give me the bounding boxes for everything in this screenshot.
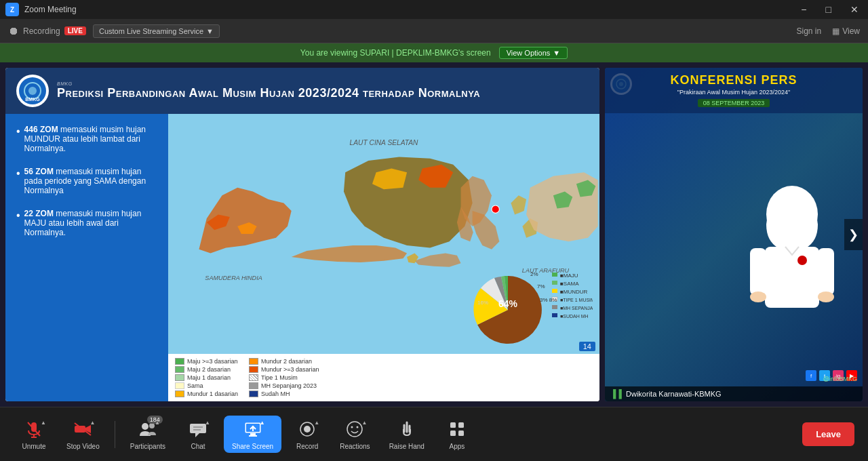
- chat-chevron-icon: ▲: [205, 420, 210, 426]
- legend-label-maju2: Maju 2 dasarian: [187, 366, 231, 373]
- svg-point-57: [357, 426, 359, 428]
- streaming-service-button[interactable]: Custom Live Streaming Service ▼: [93, 24, 220, 38]
- facebook-icon: f: [806, 370, 816, 381]
- bottom-toolbar: ▲ Unmute ▲ Stop Video: [0, 407, 868, 461]
- svg-text:■SAMA: ■SAMA: [560, 281, 579, 287]
- page-number: 14: [579, 342, 595, 351]
- legend-label-mundur3: Mundur >=3 dasarian: [261, 366, 319, 373]
- legend-label-mundur1: Mundur 1 dasarian: [187, 390, 238, 397]
- legend-item-sama: Sama: [175, 382, 238, 389]
- legend-item-mh2023: MH Sepanjang 2023: [249, 382, 319, 389]
- svg-text:7%: 7%: [537, 283, 545, 289]
- svg-text:LAUT CINA SELATAN: LAUT CINA SELATAN: [350, 139, 419, 146]
- share-screen-icon-container: ▲: [242, 418, 264, 440]
- recording-label: Recording: [23, 26, 60, 36]
- toolbar-left: ⏺ Recording LIVE Custom Live Streaming S…: [8, 24, 220, 38]
- slide-header: BMKG BMKG Prediksi Perbandingan Awal Mus…: [5, 68, 599, 114]
- chat-icon-container: ▲: [187, 418, 209, 440]
- app-title: Zoom Meeting: [24, 5, 77, 14]
- leave-button[interactable]: Leave: [802, 422, 854, 446]
- apps-label: Apps: [449, 443, 465, 450]
- slide-right-panel: LAUT CINA SELATAN SAMUDERA HINDIA LAUT A…: [168, 114, 599, 401]
- legend-item-maju3: Maju >=3 dasarian: [175, 358, 238, 365]
- svg-rect-18: [552, 305, 557, 309]
- view-button[interactable]: ▦ View: [832, 26, 860, 36]
- svg-rect-37: [818, 248, 834, 296]
- participants-chevron-icon: ▲: [155, 420, 160, 426]
- legend-label-tipe1: Tipe 1 Musim: [261, 374, 298, 381]
- legend-color-mundur1: [175, 390, 184, 397]
- svg-point-5: [492, 205, 499, 213]
- close-button[interactable]: ✕: [846, 3, 863, 16]
- bullet-bold-2: 56 ZOM: [24, 167, 54, 176]
- slide-body: • 446 ZOM memasuki musim hujan MUNDUR at…: [5, 114, 599, 401]
- svg-text:■SUDAH MH: ■SUDAH MH: [560, 314, 589, 319]
- map-container: LAUT CINA SELATAN SAMUDERA HINDIA LAUT A…: [168, 114, 599, 354]
- bullet-item-1: • 446 ZOM memasuki musim hujan MUNDUR at…: [16, 125, 157, 153]
- participants-button[interactable]: 184 ▲ Participants: [123, 416, 172, 453]
- svg-point-38: [750, 292, 766, 302]
- svg-point-2: [28, 87, 37, 95]
- bullet-text-3: 22 ZOM memasuki musim hujan MAJU atau le…: [24, 209, 157, 237]
- share-screen-button[interactable]: ▲ Share Screen: [224, 416, 281, 453]
- bmkg-logo: BMKG: [19, 77, 46, 104]
- speaker-name-bar: ▐▐ Dwikorita Karnawati-KBMKG: [605, 386, 863, 401]
- svg-rect-59: [458, 422, 464, 428]
- view-options-button[interactable]: View Options ▼: [499, 47, 568, 59]
- record-label: Record: [296, 443, 318, 450]
- svg-text:3% 8%: 3% 8%: [540, 297, 557, 303]
- title-bar-left: Z Zoom Meeting: [5, 3, 77, 16]
- legend-color-tipe1: [249, 374, 258, 381]
- raise-hand-icon-container: [396, 418, 418, 440]
- svg-text:BMKG: BMKG: [25, 97, 40, 102]
- svg-rect-20: [552, 313, 557, 317]
- record-button[interactable]: ▲ Record: [287, 416, 328, 453]
- svg-text:SAMUDERA HINDIA: SAMUDERA HINDIA: [205, 275, 262, 281]
- apps-button[interactable]: Apps: [437, 416, 477, 453]
- view-icon: ▦: [832, 26, 840, 36]
- view-options-label: View Options: [507, 49, 551, 57]
- legend-label-mh2023: MH Sepanjang 2023: [261, 382, 317, 389]
- presentation-area: BMKG BMKG Prediksi Perbandingan Awal Mus…: [5, 68, 599, 401]
- svg-point-39: [818, 292, 834, 302]
- apps-icon: [448, 420, 467, 439]
- legend-label-sama: Sama: [187, 382, 203, 389]
- legend-item-maju1: Maju 1 dasarian: [175, 374, 238, 381]
- svg-point-55: [347, 422, 362, 437]
- legend-item-mundur3: Mundur >=3 dasarian: [249, 366, 319, 373]
- divider-1: [115, 421, 115, 448]
- chat-button[interactable]: ▲ Chat: [178, 416, 218, 453]
- slide-left-panel: • 446 ZOM memasuki musim hujan MUNDUR at…: [5, 114, 168, 401]
- bullet-text-2: 56 ZOM memasuki musim hujan pada periode…: [24, 167, 157, 195]
- raise-hand-label: Raise Hand: [389, 443, 425, 450]
- main-content: BMKG BMKG Prediksi Perbandingan Awal Mus…: [0, 62, 868, 407]
- svg-text:2%: 2%: [530, 271, 538, 277]
- bullet-item-2: • 56 ZOM memasuki musim hujan pada perio…: [16, 167, 157, 195]
- legend-col-1: Maju >=3 dasarian Maju 2 dasarian Maju 1…: [175, 358, 238, 397]
- raise-hand-icon: [397, 420, 416, 439]
- minimize-button[interactable]: −: [797, 3, 810, 16]
- sign-in-button[interactable]: Sign in: [797, 26, 822, 36]
- notification-message: You are viewing SUPARI | DEPKLIM-BMKG's …: [300, 48, 491, 58]
- zoom-logo: Z: [5, 3, 19, 16]
- reactions-button[interactable]: ▲ Reactions: [333, 416, 376, 453]
- bullet-dot-1: •: [16, 125, 20, 138]
- stop-video-button[interactable]: ▲ Stop Video: [60, 416, 106, 453]
- svg-rect-36: [750, 248, 766, 296]
- top-toolbar: ⏺ Recording LIVE Custom Live Streaming S…: [0, 19, 868, 43]
- legend-color-maju2: [175, 366, 184, 373]
- svg-text:■MAJU: ■MAJU: [560, 273, 578, 279]
- view-options-chevron-icon: ▼: [553, 49, 560, 57]
- bullet-bold-3: 22 ZOM: [24, 209, 54, 218]
- maximize-button[interactable]: □: [822, 3, 835, 16]
- raise-hand-button[interactable]: Raise Hand: [382, 416, 431, 453]
- legend-label-maju3: Maju >=3 dasarian: [187, 358, 238, 365]
- unmute-button[interactable]: ▲ Unmute: [14, 416, 54, 453]
- title-bar-right: − □ ✕: [797, 3, 863, 16]
- bullet-text-1: 446 ZOM memasuki musim hujan MUNDUR atau…: [24, 125, 157, 153]
- participants-icon-container: 184 ▲: [137, 418, 159, 440]
- unmute-chevron-icon: ▲: [41, 420, 46, 426]
- legend-label-maju1: Maju 1 dasarian: [187, 374, 231, 381]
- legend-color-mundur3: [249, 366, 258, 373]
- nav-arrow[interactable]: ❯: [844, 219, 863, 250]
